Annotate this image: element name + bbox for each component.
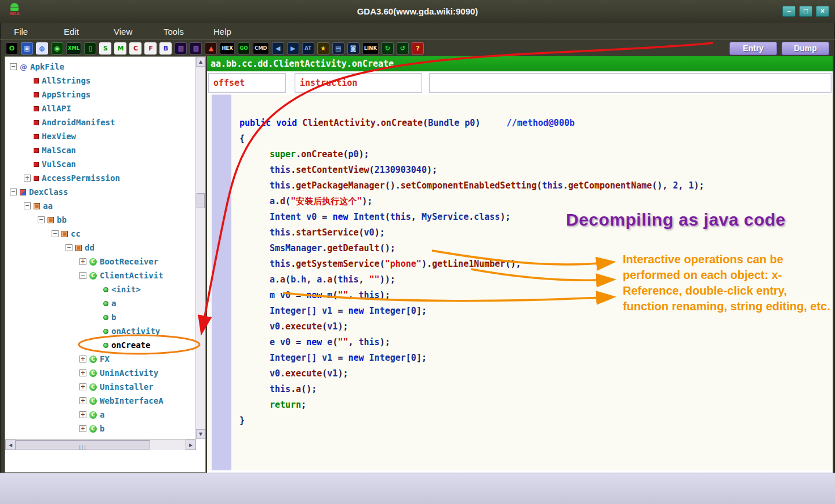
tree-item-aa[interactable]: −aa [5, 199, 195, 213]
tree-horizontal-scrollbar[interactable]: ◀ ||| ▶ [5, 439, 196, 450]
rotate-icon[interactable]: ↺ [397, 42, 409, 55]
vertical-scrollbar-thumb[interactable] [197, 193, 205, 208]
s-tool-icon[interactable]: S [99, 42, 111, 55]
tree-item-dexclass[interactable]: −DexClass [5, 185, 195, 199]
offset-column-header[interactable]: offset [208, 73, 286, 93]
link-icon[interactable]: LINK [362, 42, 379, 55]
code-line[interactable]: } [239, 413, 833, 429]
m-tool-icon[interactable]: M [114, 42, 126, 55]
tree-item-onactivity[interactable]: onActivity [5, 324, 195, 338]
tree-item-allapi[interactable]: AllAPI [5, 101, 195, 115]
code-line[interactable]: a.d("安装后执行这个"); [239, 194, 833, 209]
collapse-icon[interactable]: − [10, 63, 17, 70]
menu-edit[interactable]: Edit [64, 27, 100, 37]
at-icon[interactable]: AT [302, 42, 314, 55]
back-icon[interactable]: ◀ [272, 42, 284, 55]
collapse-icon[interactable]: − [79, 272, 86, 279]
code-line[interactable]: a.a(b.h, a.a(this, "")); [239, 272, 833, 288]
collapse-icon[interactable]: − [38, 216, 45, 223]
malware-icon[interactable]: ▥ [175, 42, 187, 55]
plugin-icon[interactable]: ▥ [190, 42, 202, 55]
code-line[interactable]: super.onCreate(p0); [239, 147, 833, 162]
open-icon[interactable]: O [6, 42, 18, 55]
save-icon[interactable]: ▣ [21, 42, 33, 55]
tree-item-oncreate[interactable]: onCreate [5, 338, 195, 352]
code-line[interactable]: return; [239, 397, 833, 413]
restore-button[interactable]: □ [799, 6, 812, 17]
expand-icon[interactable]: + [79, 425, 86, 432]
f-tool-icon[interactable]: F [144, 42, 157, 55]
hex-icon[interactable]: HEX [220, 42, 234, 55]
expand-icon[interactable]: + [79, 397, 86, 404]
signal-icon[interactable]: ▲ [205, 42, 217, 55]
code-line[interactable]: this.setContentView(2130903040); [239, 162, 833, 178]
collapse-icon[interactable]: − [24, 202, 31, 209]
expand-icon[interactable]: + [79, 411, 86, 418]
tree-item-a[interactable]: +Ca [5, 408, 195, 422]
code-line[interactable]: { [239, 131, 833, 147]
code-line[interactable]: Integer[] v1 = new Integer[0]; [239, 303, 833, 319]
refresh-icon[interactable]: ↻ [382, 42, 394, 55]
monitor-icon[interactable]: ▤ [332, 42, 344, 55]
code-line[interactable]: this.getPackageManager().setComponentEna… [239, 178, 833, 194]
star-icon[interactable]: ★ [317, 42, 329, 55]
entry-button[interactable]: Entry [729, 42, 777, 55]
device-icon[interactable]: ▯ [84, 42, 96, 55]
expand-icon[interactable]: + [79, 356, 86, 362]
camera-icon[interactable]: ◙ [347, 42, 360, 55]
tree-item-webinterfacea[interactable]: +CWebInterfaceA [5, 394, 195, 408]
code-line[interactable]: v0.execute(v1); [239, 366, 833, 382]
code-line[interactable]: SmsManager.getDefault(); [239, 241, 833, 256]
tree-item-a[interactable]: a [5, 296, 195, 310]
scroll-up-arrow-icon[interactable]: ▲ [196, 57, 205, 67]
b-tool-icon[interactable]: B [159, 42, 172, 55]
dump-button[interactable]: Dump [782, 42, 829, 55]
menu-file[interactable]: File [14, 27, 50, 37]
tree-item-accesspermission[interactable]: +AccessPermission [5, 171, 195, 185]
collapse-icon[interactable]: − [52, 230, 59, 237]
collapse-icon[interactable]: − [10, 188, 17, 195]
tree-item-apkfile[interactable]: −@ApkFile [5, 60, 195, 74]
tree-item-dd[interactable]: −dd [5, 241, 195, 255]
horizontal-scrollbar-thumb[interactable]: ||| [16, 440, 150, 449]
code-line[interactable]: this.a(); [239, 382, 833, 397]
code-line[interactable]: this.startService(v0); [239, 225, 833, 241]
tree-item-appstrings[interactable]: AppStrings [5, 88, 195, 101]
xml-icon[interactable]: XML [66, 42, 81, 55]
tree-item-androidmanifest[interactable]: AndroidManifest [5, 115, 195, 129]
expand-icon[interactable]: + [24, 175, 31, 182]
c-tool-icon[interactable]: C [129, 42, 141, 55]
code-line[interactable]: v0.execute(v1); [239, 319, 833, 335]
tree-item-bb[interactable]: −bb [5, 213, 195, 227]
tree-item-fx[interactable]: +CFX [5, 352, 195, 366]
close-button[interactable]: × [816, 6, 829, 17]
tree-item-b[interactable]: +Cb [5, 422, 195, 436]
code-line[interactable]: Intent v0 = new Intent(this, MyService.c… [239, 209, 833, 225]
tree-vertical-scrollbar[interactable]: ▲ ▼ [195, 57, 205, 439]
strings-icon[interactable]: ◉ [51, 42, 63, 55]
scroll-right-arrow-icon[interactable]: ▶ [186, 440, 196, 450]
cmd-icon[interactable]: CMD [253, 42, 269, 55]
tree-item-allstrings[interactable]: AllStrings [5, 74, 195, 88]
tree-item-uninactivity[interactable]: +CUninActivity [5, 366, 195, 380]
tree-item-hexview[interactable]: HexView [5, 129, 195, 143]
code-line[interactable]: e v0 = new e("", this); [239, 335, 833, 350]
tree-item-cc[interactable]: −cc [5, 227, 195, 241]
search-icon[interactable]: ◍ [36, 42, 48, 55]
tree-item-malscan[interactable]: MalScan [5, 143, 195, 157]
menu-view[interactable]: View [114, 27, 150, 37]
code-line[interactable]: m v0 = new m("", this); [239, 288, 833, 303]
expand-icon[interactable]: + [79, 383, 86, 390]
tree-item-bootreceiver[interactable]: +CBootReceiver [5, 255, 195, 269]
tree-item-init[interactable]: <init> [5, 282, 195, 296]
menu-help[interactable]: Help [213, 27, 249, 37]
tree-item-uninstaller[interactable]: +CUninstaller [5, 380, 195, 394]
expand-icon[interactable]: + [79, 369, 86, 376]
code-line[interactable]: public void ClientActivity.onCreate(Bund… [239, 115, 833, 131]
scroll-down-arrow-icon[interactable]: ▼ [196, 429, 205, 439]
scroll-left-arrow-icon[interactable]: ◀ [5, 440, 16, 450]
code-line[interactable]: Integer[] v1 = new Integer[0]; [239, 350, 833, 366]
instruction-column-header[interactable]: instruction [295, 73, 422, 93]
help-icon[interactable]: ? [412, 42, 424, 55]
code-line[interactable]: this.getSystemService("phone").getLine1N… [239, 256, 833, 272]
